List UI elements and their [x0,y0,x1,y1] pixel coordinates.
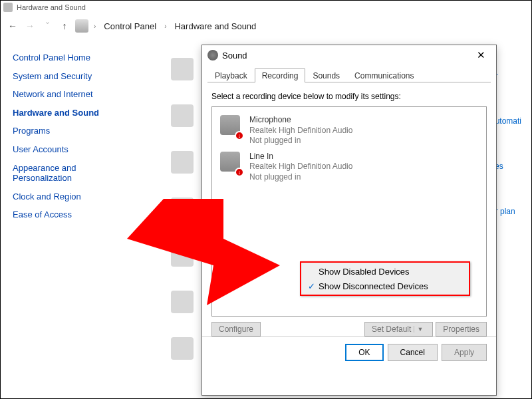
window-title-bar: Hardware and Sound [1,1,531,14]
menu-item-label: Show Disabled Devices [319,267,410,277]
sound-dialog: Sound ✕ Playback Recording Sounds Commun… [201,45,497,396]
close-icon[interactable]: ✕ [471,49,491,61]
instruction-text: Select a recording device below to modif… [211,89,487,106]
sidebar-item-appearance[interactable]: Appearance and Personalization [13,159,120,188]
up-icon[interactable]: ↑ [58,19,71,33]
tab-communications[interactable]: Communications [347,68,421,82]
back-icon[interactable]: ← [6,19,19,33]
dialog-footer: OK Cancel Apply [202,336,496,368]
menu-show-disabled[interactable]: Show Disabled Devices [301,264,469,279]
sidebar-item-clock[interactable]: Clock and Region [13,188,120,206]
apply-button[interactable]: Apply [442,344,487,361]
dialog-title-bar[interactable]: Sound ✕ [202,45,496,65]
chevron-right-icon: › [92,23,97,30]
device-status: Not plugged in [249,172,352,183]
sidebar-item-user[interactable]: User Accounts [13,140,120,159]
breadcrumb-root[interactable]: Control Panel [101,21,159,31]
nav-toolbar: ← → ˅ ↑ › Control Panel › Hardware and S… [1,14,531,38]
sidebar-item-programs[interactable]: Programs [13,122,120,140]
speaker-icon [207,50,218,61]
tab-sounds[interactable]: Sounds [305,68,347,82]
sidebar-item-ease[interactable]: Ease of Access [13,205,120,224]
configure-button[interactable]: Configure [211,322,261,336]
device-status: Not plugged in [249,136,352,146]
context-menu: Show Disabled Devices ✓ Show Disconnecte… [300,261,470,296]
check-icon: ✓ [304,281,319,291]
cancel-button[interactable]: Cancel [388,344,438,361]
ok-button[interactable]: OK [345,344,383,361]
set-default-button[interactable]: Set Default▼ [364,322,433,336]
chevron-right-icon: › [163,23,168,30]
file-icon [171,291,194,313]
forward-icon[interactable]: → [23,19,37,33]
window-title: Hardware and Sound [17,3,86,11]
sound-icon [171,151,194,174]
device-list[interactable]: Microphone Realtek High Definition Audio… [211,106,487,317]
sidebar-nav: Control Panel Home System and Security N… [1,38,120,397]
unplugged-badge-icon [235,131,244,140]
sidebar-item-home[interactable]: Control Panel Home [13,49,120,67]
sidebar-item-network[interactable]: Network and Internet [13,85,120,104]
breadcrumb-current[interactable]: Hardware and Sound [172,21,259,31]
device-desc: Realtek High Definition Audio [249,162,352,172]
tab-bar: Playback Recording Sounds Communications [202,65,496,82]
sidebar-item-system[interactable]: System and Security [13,67,120,86]
dropdown-icon[interactable]: ▼ [414,326,426,332]
line-in-icon [219,152,243,176]
power-icon [171,198,194,220]
control-panel-icon [3,3,13,12]
file-icon [171,337,194,360]
unplugged-badge-icon [235,168,244,177]
device-item[interactable]: Line In Realtek High Definition Audio No… [215,149,483,186]
properties-button[interactable]: Properties [436,322,487,336]
tab-recording[interactable]: Recording [255,68,306,82]
sidebar-item-hardware[interactable]: Hardware and Sound [13,104,120,122]
category-icon-column [171,58,198,384]
location-icon [75,19,88,33]
device-name: Microphone [249,115,352,126]
display-icon [171,244,194,267]
tab-playback[interactable]: Playback [207,68,255,82]
device-item[interactable]: Microphone Realtek High Definition Audio… [215,112,483,149]
autoplay-icon [171,104,194,127]
menu-item-label: Show Disconnected Devices [319,281,428,291]
microphone-icon [219,115,243,139]
recent-dropdown-icon[interactable]: ˅ [41,19,54,33]
dialog-title: Sound [222,51,247,61]
device-name: Line In [249,152,352,162]
menu-show-disconnected[interactable]: ✓ Show Disconnected Devices [301,279,469,293]
device-desc: Realtek High Definition Audio [249,126,352,136]
printer-icon [171,58,194,80]
